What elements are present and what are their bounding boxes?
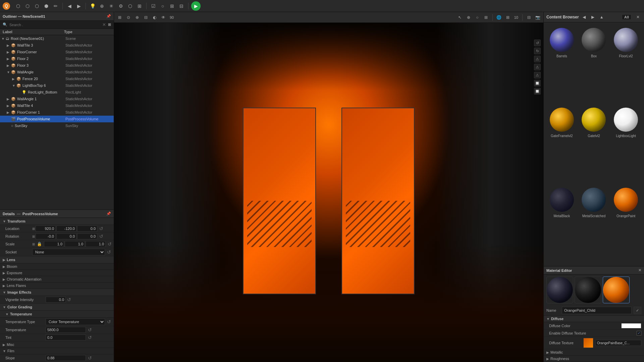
vp-select-btn[interactable]: ↖ <box>456 14 464 21</box>
vp-world-btn[interactable]: 🌐 <box>495 14 503 21</box>
details-pin[interactable]: 📌 <box>106 212 111 216</box>
tree-item-wallangle[interactable]: ▼ 📦 WallAngle StaticMeshActor <box>0 69 114 75</box>
mat-name-confirm-btn[interactable]: ✓ <box>634 307 641 314</box>
section-film[interactable]: ▼ Film <box>0 348 114 354</box>
grid-btn[interactable]: ⊞ <box>168 2 176 10</box>
cb-up-btn[interactable]: ▲ <box>598 14 605 20</box>
vp-translate-btn[interactable]: ⊞ <box>116 14 123 21</box>
tree-item-lightboxtop6[interactable]: ▼ 📦 LightBoxTop 6 StaticMeshActor <box>0 82 114 89</box>
cb-forward-btn[interactable]: ▶ <box>590 14 596 20</box>
tree-item-sunsky[interactable]: ○ SunSky SunSky <box>0 122 114 129</box>
mat-thumb-3[interactable] <box>603 277 630 303</box>
location-z-input[interactable] <box>77 226 97 232</box>
tint-reset-btn[interactable]: ↺ <box>88 335 92 340</box>
section-lens[interactable]: ▶ Lens <box>0 256 114 263</box>
viewport-main[interactable]: ↺ ↻ ⚠ ⚠ ⚠ 🔲 🔲 <box>114 23 543 362</box>
tree-item-root[interactable]: ▼ 🗂 Root (NewScene01) Scene <box>0 35 114 42</box>
gear-btn[interactable]: ⚙ <box>117 2 125 10</box>
temperature-input[interactable] <box>46 327 86 333</box>
mat-thumb-2[interactable] <box>575 277 601 303</box>
tree-item-floor3[interactable]: ▶ 📦 Floor 3 StaticMeshActor <box>0 62 114 69</box>
mat-name-input[interactable] <box>562 307 632 314</box>
toolbar-btn-4[interactable]: ⬢ <box>42 2 50 10</box>
star-btn[interactable]: ✳ <box>107 2 115 10</box>
scale-z-input[interactable] <box>86 241 106 247</box>
location-y-input[interactable] <box>56 226 76 232</box>
scale-reset-btn[interactable]: ↺ <box>108 241 112 247</box>
mat-section-roughness[interactable]: ▶ Roughness <box>544 356 644 362</box>
vignette-reset-btn[interactable]: ↺ <box>67 297 71 302</box>
vp-orbit-btn[interactable]: ○ <box>474 14 481 21</box>
all-label[interactable]: All <box>622 14 631 20</box>
check-btn[interactable]: ☑ <box>149 2 157 10</box>
section-chromatic[interactable]: ▶ Chromatic Aberration <box>0 276 114 283</box>
content-item-gate[interactable]: Gatelvl2 <box>579 105 609 183</box>
tree-item-ppv[interactable]: 🎬 PostProcessVolume PostProcessVolume <box>0 116 114 122</box>
vp-icon-3[interactable]: ⚠ <box>534 56 541 62</box>
vp-icon-1[interactable]: ↺ <box>534 40 541 46</box>
socket-select[interactable]: None <box>32 249 105 255</box>
mat-thumb-1[interactable] <box>546 277 573 303</box>
section-temperature[interactable]: ▼ Temperature <box>0 311 114 318</box>
content-item-gateframe[interactable]: GateFramelvl2 <box>546 105 577 183</box>
section-image-effects[interactable]: ▼ Image Effects <box>0 289 114 296</box>
vp-icon-7[interactable]: 🔲 <box>534 88 541 95</box>
cb-back-btn[interactable]: ◀ <box>581 14 588 20</box>
location-x-input[interactable] <box>36 226 56 232</box>
vp-show-btn[interactable]: 👁 <box>160 14 167 21</box>
build-btn[interactable]: ⬡ <box>126 2 134 10</box>
section-bloom[interactable]: ▶ Bloom <box>0 263 114 270</box>
tree-item-floorcorner1[interactable]: ▶ 📦 FloorCorner 1 StaticMeshActor <box>0 109 114 116</box>
vp-lit-btn[interactable]: ◐ <box>151 14 158 21</box>
diffuse-texture-thumb[interactable] <box>583 338 593 348</box>
content-item-metalblack[interactable]: MetalBlack <box>546 185 577 263</box>
vp-cam-btn[interactable]: 📷 <box>534 14 541 21</box>
play-button[interactable]: ▶ <box>191 1 201 11</box>
tint-input[interactable] <box>46 335 86 341</box>
cb-close-btn[interactable]: ✕ <box>635 14 641 20</box>
tree-item-floor2[interactable]: ▶ 📦 Floor 2 StaticMeshActor <box>0 55 114 62</box>
temp-type-reset-btn[interactable]: ↺ <box>107 319 111 324</box>
vp-grid-btn[interactable]: ⊞ <box>504 14 512 21</box>
diffuse-texture-input[interactable] <box>595 340 641 346</box>
rotation-reset-btn[interactable]: ↺ <box>99 234 103 239</box>
nav-back-btn[interactable]: ◀ <box>65 2 73 10</box>
vp-icon-4[interactable]: ⚠ <box>534 64 541 70</box>
mat-section-diffuse[interactable]: ▼ Diffuse <box>544 316 644 322</box>
search-clear-btn[interactable]: ✕ <box>102 22 106 27</box>
toolbar-btn-3[interactable]: ⬡ <box>33 2 41 10</box>
vp-rotate-btn[interactable]: ⊙ <box>125 14 132 21</box>
temp-type-select[interactable]: Color Temperature <box>46 318 105 325</box>
content-item-metalscratched[interactable]: MetalScratched <box>579 185 609 263</box>
nav-forward-btn[interactable]: ▶ <box>75 2 83 10</box>
toolbar-btn-1[interactable]: ⬡ <box>14 2 22 10</box>
source-btn[interactable]: ⊞ <box>136 2 144 10</box>
vp-zoom-btn[interactable]: ⊞ <box>482 14 490 21</box>
mat-section-metallic[interactable]: ▶ Metallic <box>544 349 644 356</box>
search-input[interactable] <box>9 23 100 27</box>
filter-icon[interactable]: ⊞ <box>108 22 111 27</box>
toolbar-btn-2[interactable]: ⬡ <box>23 2 32 10</box>
scale-x-input[interactable] <box>44 241 64 247</box>
enable-diffuse-checkbox[interactable]: ✓ <box>637 331 641 336</box>
vp-snap-btn[interactable]: ⊟ <box>525 14 533 21</box>
rotation-z-input[interactable] <box>77 233 97 239</box>
section-misc[interactable]: ▶ Misc <box>0 342 114 348</box>
rotation-x-input[interactable] <box>36 233 56 239</box>
vp-icon-5[interactable]: ⚠ <box>534 72 541 78</box>
content-item-floorlvl2[interactable]: FloorLvl2 <box>610 25 641 104</box>
vp-scale-btn[interactable]: ⊕ <box>133 14 141 21</box>
slope-input[interactable] <box>46 355 86 361</box>
light-btn[interactable]: 💡 <box>89 2 97 10</box>
section-exposure[interactable]: ▶ Exposure <box>0 270 114 276</box>
content-item-box[interactable]: Box <box>579 25 609 104</box>
tree-item-floorcorner[interactable]: ▶ 📦 FloorCorner StaticMeshActor <box>0 49 114 55</box>
mat-editor-close[interactable]: ✕ <box>638 268 641 273</box>
diffuse-color-swatch[interactable] <box>621 323 641 328</box>
location-reset-btn[interactable]: ↺ <box>99 226 103 231</box>
content-item-lightbox[interactable]: LightboxLight <box>610 105 641 183</box>
tree-item-fence20[interactable]: ▶ 📦 Fence 20 StaticMeshActor <box>0 75 114 82</box>
content-item-orangepaint[interactable]: OrangePaint <box>610 185 641 263</box>
content-item-barrels[interactable]: Barrels <box>546 25 577 104</box>
section-color-grading[interactable]: ▼ Color Grading <box>0 304 114 311</box>
